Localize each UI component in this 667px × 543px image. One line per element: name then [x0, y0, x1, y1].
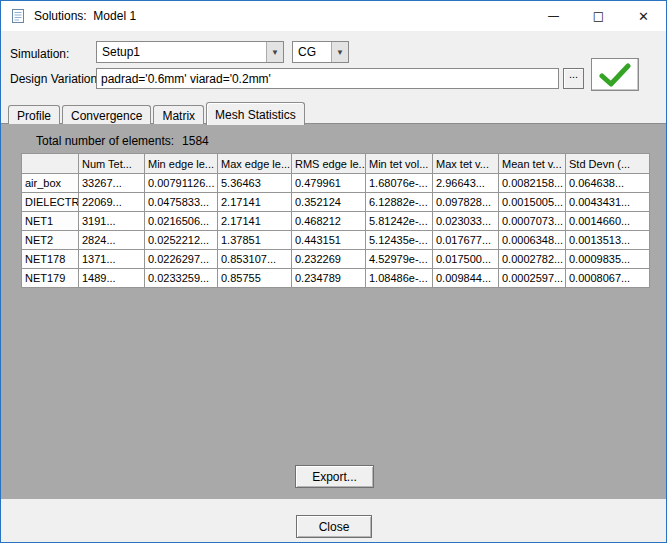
check-icon [598, 63, 632, 87]
design-variation-input[interactable]: padrad='0.6mm' viarad='0.2mm' [96, 68, 559, 89]
total-elements-label: Total number of elements: [36, 134, 174, 148]
maximize-icon[interactable]: □ [576, 1, 621, 31]
table-cell: 2824... [79, 231, 145, 250]
window-title: Solutions: Model 1 [34, 9, 136, 23]
chevron-down-icon[interactable]: ▼ [331, 42, 348, 62]
title-bar[interactable]: Solutions: Model 1 — □ ✕ [1, 1, 666, 31]
column-header: RMS edge le... [292, 154, 366, 174]
tab-mesh-statistics[interactable]: Mesh Statistics [206, 102, 305, 125]
table-cell: 0.0002782... [499, 250, 566, 269]
tab-bar: ProfileConvergenceMatrixMesh Statistics [8, 101, 307, 124]
table-cell: 1.68076e-... [366, 174, 433, 193]
table-cell: 0.0006348... [499, 231, 566, 250]
table-cell: 3191... [79, 212, 145, 231]
table-cell: 2.17141 [218, 193, 292, 212]
tab-matrix[interactable]: Matrix [153, 105, 204, 124]
table-cell: 0.023033... [433, 212, 499, 231]
table-cell: 2.17141 [218, 212, 292, 231]
row-label: NET1 [22, 212, 79, 231]
close-icon[interactable]: ✕ [621, 1, 666, 31]
row-label: NET2 [22, 231, 79, 250]
table-cell: 2.96643... [433, 174, 499, 193]
close-button[interactable]: Close [296, 515, 372, 538]
mesh-statistics-table: Num Tet...Min edge le...Max edge le...RM… [21, 153, 650, 288]
solutions-dialog: Solutions: Model 1 — □ ✕ Simulation: Set… [0, 0, 667, 543]
table-cell: 0.443151 [292, 231, 366, 250]
row-label: NET179 [22, 269, 79, 288]
table-cell: 6.12882e-... [366, 193, 433, 212]
mesh-table-body: air_box33267...0.00791126...5.364630.479… [22, 174, 650, 288]
simulation-select[interactable]: Setup1 ▼ [96, 41, 284, 63]
table-cell: 0.479961 [292, 174, 366, 193]
table-row[interactable]: NET1791489...0.0233259...0.857550.234789… [22, 269, 650, 288]
column-header: Mean tet v... [499, 154, 566, 174]
table-cell: 1371... [79, 250, 145, 269]
table-cell: 0.097828... [433, 193, 499, 212]
table-cell: 0.009844... [433, 269, 499, 288]
table-cell: 0.0015005... [499, 193, 566, 212]
table-cell: 0.0002597... [499, 269, 566, 288]
row-label: DIELECTRIC [22, 193, 79, 212]
export-button[interactable]: Export... [295, 465, 374, 488]
table-cell: 0.352124 [292, 193, 366, 212]
table-cell: 0.468212 [292, 212, 366, 231]
total-elements-value: 1584 [182, 134, 209, 148]
column-header: Std Devn (... [566, 154, 650, 174]
browse-button[interactable]: ... [563, 68, 584, 89]
table-cell: 22069... [79, 193, 145, 212]
tab-convergence[interactable]: Convergence [62, 105, 151, 124]
column-header: Num Tet... [79, 154, 145, 174]
table-cell: 0.0014660... [566, 212, 650, 231]
table-cell: 0.853107... [218, 250, 292, 269]
table-cell: 33267... [79, 174, 145, 193]
minimize-icon[interactable]: — [531, 1, 576, 31]
table-cell: 0.0233259... [145, 269, 218, 288]
table-cell: 0.0043431... [566, 193, 650, 212]
tab-profile[interactable]: Profile [8, 105, 60, 124]
total-elements-line: Total number of elements:1584 [36, 134, 209, 148]
table-cell: 0.0013513... [566, 231, 650, 250]
table-row[interactable]: NET1781371...0.0226297...0.853107...0.23… [22, 250, 650, 269]
table-cell: 1.08486e-... [366, 269, 433, 288]
design-variation-label: Design Variation: [10, 72, 101, 86]
caption-buttons: — □ ✕ [531, 1, 666, 31]
table-cell: 0.0252212... [145, 231, 218, 250]
column-header: Max tet v... [433, 154, 499, 174]
column-header: Min edge le... [145, 154, 218, 174]
table-row[interactable]: DIELECTRIC22069...0.0475833...2.171410.3… [22, 193, 650, 212]
table-cell: 0.064638... [566, 174, 650, 193]
chevron-down-icon[interactable]: ▼ [266, 42, 283, 62]
simulation-selected-value: Setup1 [97, 45, 266, 59]
table-cell: 0.85755 [218, 269, 292, 288]
design-variation-value: padrad='0.6mm' viarad='0.2mm' [101, 72, 271, 86]
solution-type-select[interactable]: CG ▼ [292, 41, 349, 63]
table-cell: 0.017500... [433, 250, 499, 269]
table-cell: 5.12435e-... [366, 231, 433, 250]
table-cell: 0.0009835... [566, 250, 650, 269]
table-cell: 4.52979e-... [366, 250, 433, 269]
column-header: Max edge le... [218, 154, 292, 174]
column-header: Min tet vol... [366, 154, 433, 174]
table-row[interactable]: air_box33267...0.00791126...5.364630.479… [22, 174, 650, 193]
table-cell: 0.00791126... [145, 174, 218, 193]
table-cell: 1489... [79, 269, 145, 288]
validation-check-button[interactable] [591, 58, 639, 91]
solution-type-selected-value: CG [293, 45, 331, 59]
table-cell: 1.37851 [218, 231, 292, 250]
app-icon [10, 8, 26, 24]
table-header-row: Num Tet...Min edge le...Max edge le...RM… [22, 154, 650, 174]
table-cell: 0.0082158... [499, 174, 566, 193]
table-cell: 0.017677... [433, 231, 499, 250]
row-label: air_box [22, 174, 79, 193]
table-row[interactable]: NET13191...0.0216506...2.171410.4682125.… [22, 212, 650, 231]
simulation-label: Simulation: [10, 47, 69, 61]
row-label: NET178 [22, 250, 79, 269]
table-row[interactable]: NET22824...0.0252212...1.378510.4431515.… [22, 231, 650, 250]
table-cell: 0.232269 [292, 250, 366, 269]
table-cell: 0.0007073... [499, 212, 566, 231]
table-cell: 0.0475833... [145, 193, 218, 212]
table-cell: 5.81242e-... [366, 212, 433, 231]
table-cell: 0.0226297... [145, 250, 218, 269]
table-cell: 0.234789 [292, 269, 366, 288]
table-cell: 0.0008067... [566, 269, 650, 288]
